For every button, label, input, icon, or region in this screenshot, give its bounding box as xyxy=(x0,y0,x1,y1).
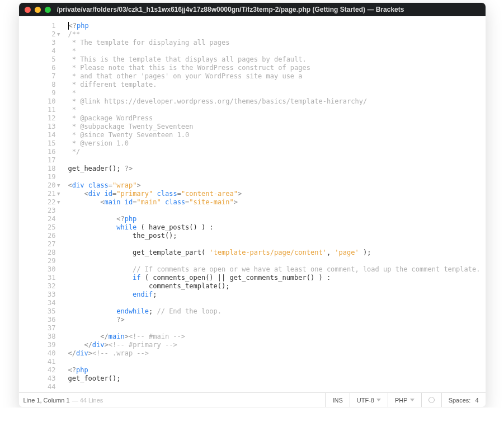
line-number[interactable]: 40 xyxy=(19,349,56,358)
code-line[interactable] xyxy=(68,324,486,333)
close-icon[interactable] xyxy=(25,7,31,13)
line-number[interactable]: 15 xyxy=(19,139,56,148)
line-number[interactable]: 39 xyxy=(19,341,56,349)
code-line[interactable]: <div id="primary" class="content-area"> xyxy=(68,190,486,198)
code-line[interactable]: while ( have_posts() ) : xyxy=(68,223,486,232)
line-number[interactable]: 6 xyxy=(19,64,56,72)
line-number[interactable]: 35 xyxy=(19,307,56,316)
code-line[interactable]: ?> xyxy=(68,316,486,324)
line-number[interactable]: 38 xyxy=(19,333,56,341)
line-number[interactable]: 12 xyxy=(19,114,56,123)
line-number[interactable]: 1 xyxy=(19,22,56,30)
fold-icon[interactable]: ▼ xyxy=(57,190,60,198)
lint-status[interactable] xyxy=(421,393,441,407)
line-number[interactable]: 29 xyxy=(19,257,56,265)
line-number[interactable]: 25 xyxy=(19,223,56,232)
code-line[interactable]: * different template. xyxy=(68,81,486,89)
line-number[interactable]: 44 xyxy=(19,383,56,391)
fold-icon[interactable]: ▼ xyxy=(57,181,60,190)
code-line[interactable]: endwhile; // End the loop. xyxy=(68,307,486,316)
code-line[interactable]: if ( comments_open() || get_comments_num… xyxy=(68,274,486,282)
line-gutter[interactable]: 12▼34567891011121314151617181920▼21▼22▼2… xyxy=(19,16,60,392)
fold-icon[interactable]: ▼ xyxy=(57,30,60,39)
line-number[interactable]: 42 xyxy=(19,366,56,374)
code-line[interactable] xyxy=(68,240,486,249)
line-number[interactable]: 26 xyxy=(19,232,56,240)
code-line[interactable]: * @link https://developer.wordpress.org/… xyxy=(68,97,486,106)
code-line[interactable]: * Please note that this is the WordPress… xyxy=(68,64,486,72)
zoom-icon[interactable] xyxy=(45,7,51,13)
code-line[interactable]: * xyxy=(68,106,486,114)
line-number[interactable]: 17 xyxy=(19,156,56,165)
code-line[interactable] xyxy=(68,156,486,165)
line-number[interactable]: 41 xyxy=(19,358,56,366)
line-number[interactable]: 24 xyxy=(19,215,56,223)
code-line[interactable]: endif; xyxy=(68,291,486,299)
line-number[interactable]: 11 xyxy=(19,106,56,114)
line-number[interactable]: 4 xyxy=(19,47,56,55)
code-line[interactable]: </div><!-- #primary --> xyxy=(68,341,486,349)
code-line[interactable] xyxy=(68,358,486,366)
ins-mode[interactable]: INS xyxy=(325,393,349,407)
code-line[interactable]: comments_template(); xyxy=(68,282,486,291)
line-number[interactable]: 8 xyxy=(19,81,56,89)
fold-icon[interactable]: ▼ xyxy=(57,198,60,207)
line-number[interactable]: 22▼ xyxy=(19,198,56,207)
line-number[interactable]: 3 xyxy=(19,39,56,47)
minimize-icon[interactable] xyxy=(35,7,41,13)
code-line[interactable]: </div><!-- .wrap --> xyxy=(68,349,486,358)
language-select[interactable]: PHP xyxy=(388,393,421,407)
indent-select[interactable]: Spaces: 4 xyxy=(441,393,486,407)
code-line[interactable] xyxy=(68,173,486,181)
code-line[interactable]: <div class="wrap"> xyxy=(68,181,486,190)
line-number[interactable]: 5 xyxy=(19,55,56,64)
line-number[interactable]: 2▼ xyxy=(19,30,56,39)
line-number[interactable]: 20▼ xyxy=(19,181,56,190)
line-number[interactable]: 36 xyxy=(19,316,56,324)
line-number[interactable]: 18 xyxy=(19,165,56,173)
line-number[interactable]: 7 xyxy=(19,72,56,81)
line-number[interactable]: 31 xyxy=(19,274,56,282)
code-line[interactable]: * The template for displaying all pages xyxy=(68,39,486,47)
code-line[interactable] xyxy=(68,257,486,265)
code-line[interactable]: the_post(); xyxy=(68,232,486,240)
code-line[interactable]: * @subpackage Twenty_Seventeen xyxy=(68,123,486,131)
line-number[interactable]: 23 xyxy=(19,207,56,215)
line-number[interactable]: 13 xyxy=(19,123,56,131)
code-line[interactable]: * xyxy=(68,47,486,55)
line-number[interactable]: 32 xyxy=(19,282,56,291)
line-number[interactable]: 37 xyxy=(19,324,56,333)
line-number[interactable]: 19 xyxy=(19,173,56,181)
line-number[interactable]: 9 xyxy=(19,89,56,97)
code-line[interactable]: get_footer(); xyxy=(68,374,486,383)
code-line[interactable]: * This is the template that displays all… xyxy=(68,55,486,64)
line-number[interactable]: 21▼ xyxy=(19,190,56,198)
line-number[interactable]: 30 xyxy=(19,265,56,274)
code-line[interactable]: // If comments are open or we have at le… xyxy=(68,265,486,274)
line-number[interactable]: 43 xyxy=(19,374,56,383)
code-line[interactable]: */ xyxy=(68,148,486,156)
code-line[interactable]: get_template_part( 'template-parts/page/… xyxy=(68,249,486,257)
code-line[interactable]: <?php xyxy=(68,366,486,374)
code-area[interactable]: <?php/** * The template for displaying a… xyxy=(60,16,486,392)
line-number[interactable]: 10 xyxy=(19,97,56,106)
line-number[interactable]: 34 xyxy=(19,299,56,307)
code-line[interactable]: * @since Twenty Seventeen 1.0 xyxy=(68,131,486,139)
code-line[interactable]: * and that other 'pages' on your WordPre… xyxy=(68,72,486,81)
line-number[interactable]: 33 xyxy=(19,291,56,299)
code-line[interactable]: * xyxy=(68,89,486,97)
code-line[interactable]: * @package WordPress xyxy=(68,114,486,123)
line-number[interactable]: 16 xyxy=(19,148,56,156)
code-line[interactable]: /** xyxy=(68,30,486,39)
encoding-select[interactable]: UTF-8 xyxy=(350,393,388,407)
line-number[interactable]: 27 xyxy=(19,240,56,249)
code-line[interactable] xyxy=(68,299,486,307)
code-line[interactable]: <?php xyxy=(68,22,486,30)
code-line[interactable]: get_header(); ?> xyxy=(68,165,486,173)
line-number[interactable]: 14 xyxy=(19,131,56,139)
code-line[interactable] xyxy=(68,207,486,215)
status-cursor[interactable]: Line 1, Column 1 — 44 Lines xyxy=(19,393,326,407)
code-line[interactable]: * @version 1.0 xyxy=(68,139,486,148)
code-line[interactable]: </main><!-- #main --> xyxy=(68,333,486,341)
code-line[interactable] xyxy=(68,383,486,391)
